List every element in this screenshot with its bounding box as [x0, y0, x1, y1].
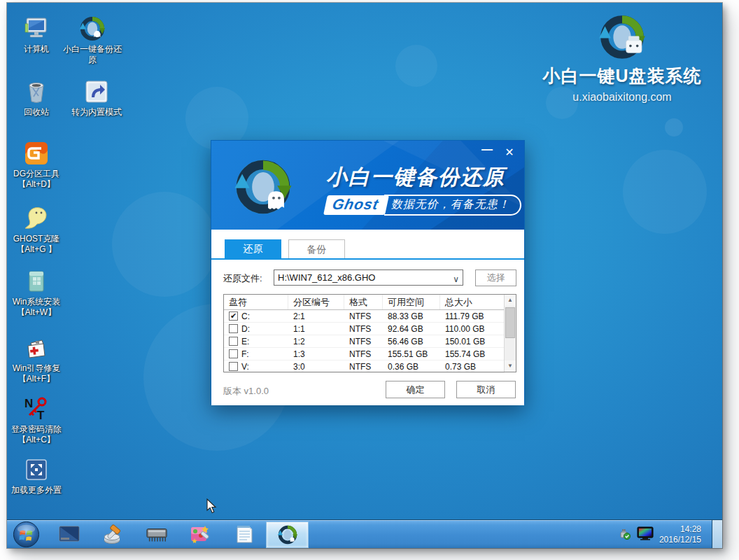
- desktop-icon-recycle-bin[interactable]: 回收站: [7, 78, 66, 118]
- col-header-format[interactable]: 格式: [344, 295, 383, 309]
- display-settings-icon[interactable]: [58, 524, 80, 545]
- total-size: 0.73 GB: [440, 362, 505, 372]
- screen: 计算机 小白一键备份还原 回收站 转为内置模式 DG分区工具【Alt+D】: [7, 3, 722, 548]
- free-space: 56.46 GB: [383, 337, 440, 346]
- xiaobai-usb-logo-icon: [598, 13, 647, 62]
- desktop-icon-load-more[interactable]: 加载更多外置: [7, 456, 66, 496]
- usb-safely-remove-icon[interactable]: [617, 526, 631, 543]
- desktop-icon-label: 回收站: [7, 107, 66, 118]
- mouse-cursor: [206, 498, 217, 514]
- desktop-icon-label: 计算机: [7, 44, 66, 55]
- diskgenius-icon: [23, 140, 50, 167]
- desktop-icon-label: 转为内置模式: [63, 107, 130, 118]
- svg-text:N: N: [24, 397, 33, 410]
- cancel-button[interactable]: 取消: [456, 381, 516, 398]
- col-header-partition[interactable]: 分区编号: [288, 295, 344, 309]
- table-header-row: 盘符 分区编号 格式 可用空间 总大小: [224, 295, 505, 310]
- ghost-clone-icon: [23, 205, 50, 232]
- scroll-up-icon[interactable]: ▲: [505, 295, 516, 306]
- chevron-down-icon[interactable]: ∨: [453, 272, 459, 286]
- minimize-icon[interactable]: —: [479, 145, 495, 160]
- format: NTFS: [344, 312, 383, 321]
- notepad-icon[interactable]: [233, 524, 255, 545]
- partition-table-grid: 盘符 分区编号 格式 可用空间 总大小 ✔C: 2:1 NTFS 88.33 G…: [224, 295, 505, 373]
- dialog-content: 还原 备份 还原文件: H:\WIN7_612_x86.GHO ∨ 选择 盘符: [211, 230, 524, 405]
- tab-underline: [211, 258, 524, 260]
- col-header-total[interactable]: 总大小: [440, 295, 505, 309]
- desktop-icon-switch-mode[interactable]: 转为内置模式: [63, 78, 130, 118]
- table-row[interactable]: D: 1:1 NTFS 92.64 GB 110.00 GB: [224, 323, 505, 335]
- memory-chip-icon[interactable]: [146, 524, 168, 545]
- disk-cleanup-icon[interactable]: [102, 524, 125, 545]
- start-button[interactable]: [13, 521, 40, 548]
- desktop-icon-boot-repair[interactable]: Win引导修复【Alt+F】: [7, 335, 66, 384]
- tweak-tool-icon[interactable]: [189, 524, 211, 545]
- desktop-icon-diskgenius[interactable]: DG分区工具【Alt+D】: [7, 140, 66, 190]
- checkbox[interactable]: [229, 349, 238, 358]
- desktop-background: 计算机 小白一键备份还原 回收站 转为内置模式 DG分区工具【Alt+D】: [7, 3, 722, 519]
- desktop-icon-label: Win引导修复【Alt+F】: [7, 363, 66, 384]
- scrollbar-thumb[interactable]: [505, 307, 515, 338]
- display-color-icon[interactable]: [637, 526, 654, 543]
- scroll-down-icon[interactable]: ▼: [505, 360, 516, 372]
- free-space: 155.51 GB: [383, 349, 440, 359]
- drive-letter: C:: [241, 312, 250, 321]
- taskbar: 14:28 2016/12/15: [7, 519, 722, 548]
- ok-button[interactable]: 确定: [386, 381, 445, 398]
- total-size: 150.01 GB: [440, 337, 505, 346]
- clock-time: 14:28: [659, 524, 701, 535]
- table-row[interactable]: V: 3:0 NTFS 0.36 GB 0.73 GB: [224, 360, 505, 373]
- tab-backup[interactable]: 备份: [288, 239, 345, 258]
- total-size: 155.74 GB: [440, 349, 505, 359]
- computer-icon: [23, 15, 50, 42]
- brand-url: u.xiaobaixitong.com: [535, 91, 710, 104]
- drive-letter: F:: [241, 349, 249, 359]
- taskbar-active-app[interactable]: [266, 522, 309, 548]
- desktop-icon-win-install[interactable]: Win系统安装【Alt+W】: [7, 268, 66, 318]
- table-scrollbar[interactable]: ▲ ▼: [504, 295, 516, 372]
- desktop-icon-password-clear[interactable]: NT 登录密码清除【Alt+C】: [7, 396, 66, 445]
- restore-file-combobox[interactable]: H:\WIN7_612_x86.GHO ∨: [274, 270, 463, 286]
- close-icon[interactable]: ✕: [502, 145, 517, 160]
- tab-bar: 还原 备份: [211, 239, 524, 258]
- password-clear-icon: NT: [23, 396, 50, 422]
- show-desktop-button[interactable]: [712, 520, 722, 548]
- table-row[interactable]: F: 1:3 NTFS 155.51 GB 155.74 GB: [224, 348, 505, 360]
- select-file-button[interactable]: 选择: [475, 270, 516, 286]
- version-text: 版本 v1.0.0: [223, 385, 269, 398]
- col-header-free[interactable]: 可用空间: [383, 295, 440, 309]
- desktop-icon-label: 加载更多外置: [7, 485, 66, 496]
- restore-file-value: H:\WIN7_612_x86.GHO: [278, 272, 375, 283]
- restore-file-label: 还原文件:: [223, 272, 262, 285]
- checkbox[interactable]: [229, 337, 238, 346]
- checkbox[interactable]: ✔: [229, 312, 238, 321]
- table-row[interactable]: ✔C: 2:1 NTFS 88.33 GB 111.79 GB: [224, 310, 505, 323]
- backup-restore-dialog: 小白一键备份还原 Ghost 数据无价，有备无患！ — ✕ 还原 备份 还原文件…: [211, 140, 525, 405]
- bokeh-circle: [665, 118, 683, 136]
- system-tray: 14:28 2016/12/15: [617, 520, 701, 548]
- total-size: 110.00 GB: [440, 324, 505, 334]
- bokeh-circle: [623, 150, 707, 234]
- checkbox[interactable]: [229, 324, 238, 333]
- clock-date: 2016/12/15: [659, 535, 701, 545]
- col-header-drive[interactable]: 盘符: [224, 295, 288, 309]
- desktop-icon-computer[interactable]: 计算机: [7, 15, 66, 55]
- switch-mode-icon: [83, 78, 110, 105]
- restore-file-row: 还原文件: H:\WIN7_612_x86.GHO ∨ 选择: [223, 270, 516, 286]
- desktop-icon-label: 小白一键备份还原: [63, 44, 122, 65]
- bokeh-circle: [395, 45, 437, 87]
- drive-letter: D:: [241, 324, 250, 334]
- desktop-icon-xiaobai-backup[interactable]: 小白一键备份还原: [63, 15, 122, 65]
- desktop-icon-ghost-clone[interactable]: GHOST克隆【Alt+G 】: [7, 205, 66, 255]
- ghost-slogan-row: Ghost 数据无价，有备无患！: [325, 194, 521, 216]
- load-more-icon: [23, 456, 50, 483]
- total-size: 111.79 GB: [440, 312, 505, 321]
- partition-id: 1:2: [288, 337, 344, 346]
- table-row[interactable]: E: 1:2 NTFS 56.46 GB 150.01 GB: [224, 335, 505, 348]
- checkbox[interactable]: [229, 362, 238, 371]
- partition-id: 3:0: [288, 362, 344, 372]
- window-controls: — ✕: [479, 145, 517, 160]
- partition-table: 盘符 分区编号 格式 可用空间 总大小 ✔C: 2:1 NTFS 88.33 G…: [223, 294, 516, 372]
- taskbar-clock[interactable]: 14:28 2016/12/15: [659, 524, 701, 545]
- tab-restore[interactable]: 还原: [225, 239, 281, 258]
